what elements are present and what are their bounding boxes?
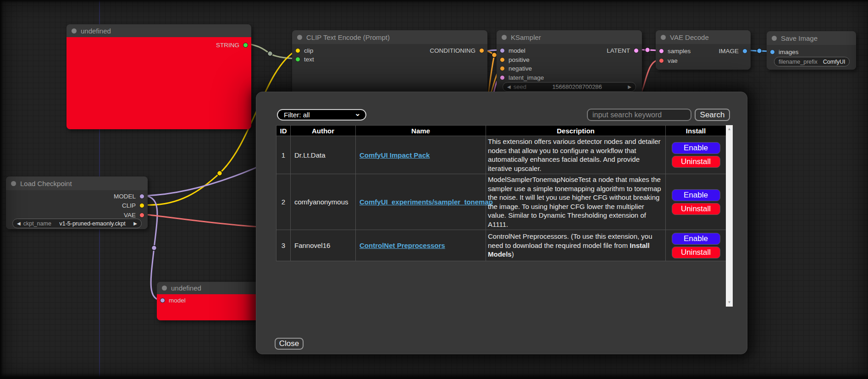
output-port-image[interactable]: IMAGE (719, 47, 747, 55)
input-port-model[interactable]: model (160, 296, 186, 304)
node-save-image[interactable]: Save Image images filename_prefix ComfyU… (767, 31, 856, 70)
node-status-dot-icon (297, 35, 302, 40)
enable-button[interactable]: Enable (672, 142, 720, 154)
node-title-label: undefined (81, 27, 111, 35)
node-title-bar[interactable]: VAE Decode (656, 30, 751, 44)
node-vae-decode[interactable]: VAE Decode samples vae IMAGE (656, 30, 751, 70)
node-status-dot-icon (772, 36, 777, 41)
latent-port-icon[interactable] (500, 75, 505, 80)
vae-port-icon[interactable] (659, 58, 664, 63)
prev-arrow-icon[interactable]: ◀ (17, 221, 21, 226)
uninstall-button[interactable]: Uninstall (672, 156, 720, 168)
filename-prefix-widget[interactable]: filename_prefix ComfyUI (774, 57, 850, 66)
output-port-string[interactable]: STRING (216, 41, 248, 49)
port-label: text (304, 56, 314, 63)
enable-button[interactable]: Enable (672, 233, 720, 245)
model-port-icon[interactable] (500, 48, 505, 53)
extension-table: ID Author Name Description Install 1 Dr.… (276, 125, 726, 261)
cell-author: comfyanonymous (291, 174, 356, 230)
cell-author: Fannovel16 (291, 230, 356, 261)
comfyui-canvas[interactable]: undefined STRING CLIP Text Encode (Promp… (0, 0, 868, 379)
reroute-dot-latent[interactable] (645, 48, 650, 53)
widget-value: ComfyUI (823, 59, 846, 65)
cell-install: Enable Uninstall (666, 136, 726, 174)
extension-link[interactable]: ControlNet Preprocessors (359, 242, 445, 249)
input-port-images[interactable]: images (770, 48, 799, 56)
extension-table-scroll-area[interactable]: ID Author Name Description Install 1 Dr.… (276, 125, 733, 307)
output-port-vae[interactable]: VAE (124, 211, 144, 219)
search-button[interactable]: Search (695, 109, 730, 121)
input-port-clip[interactable]: clip (295, 46, 313, 55)
string-port-icon[interactable] (243, 43, 248, 48)
output-port-model[interactable]: MODEL (114, 192, 144, 200)
node-ksampler[interactable]: KSampler model positive negative latent_… (497, 30, 642, 97)
increment-arrow-icon[interactable]: ▶ (628, 85, 631, 89)
input-port-positive[interactable]: positive (500, 55, 530, 64)
reroute-dot-string[interactable] (268, 51, 273, 56)
input-port-latent-image[interactable]: latent_image (500, 73, 544, 82)
node-undefined-top[interactable]: undefined STRING (66, 24, 251, 129)
model-port-icon[interactable] (139, 194, 144, 199)
text-port-icon[interactable] (295, 57, 300, 62)
node-title-label: KSampler (511, 33, 541, 41)
node-body: MODEL CLIP VAE ◀ ckpt_name v1-5-pruned-e… (6, 190, 148, 229)
description-text: ) (512, 250, 514, 258)
node-load-checkpoint[interactable]: Load Checkpoint MODEL CLIP VAE ◀ ckpt_na… (6, 176, 148, 229)
node-title-bar[interactable]: Save Image (767, 31, 856, 45)
reroute-dot-model[interactable] (152, 246, 157, 251)
model-port-icon[interactable] (160, 298, 165, 303)
header-description: Description (486, 126, 666, 136)
input-port-negative[interactable]: negative (500, 64, 532, 72)
uninstall-button[interactable]: Uninstall (672, 203, 720, 215)
input-port-samples[interactable]: samples (659, 47, 691, 55)
header-name: Name (356, 126, 486, 136)
input-port-text[interactable]: text (295, 55, 314, 63)
reroute-dot-cond[interactable] (492, 53, 497, 58)
node-title-bar[interactable]: KSampler (497, 30, 642, 44)
port-label: IMAGE (719, 48, 739, 55)
uninstall-button[interactable]: Uninstall (672, 247, 720, 258)
extension-link[interactable]: ComfyUI Impact Pack (359, 151, 430, 159)
conditioning-port-icon[interactable] (500, 57, 505, 62)
image-port-icon[interactable] (742, 49, 747, 54)
header-install: Install (666, 126, 726, 136)
output-port-conditioning[interactable]: CONDITIONING (430, 46, 484, 55)
decrement-arrow-icon[interactable]: ◀ (507, 85, 511, 89)
extension-link[interactable]: ComfyUI_experiments/sampler_tonemap (359, 198, 493, 206)
seed-widget[interactable]: ◀ seed 156680208700286 ▶ (503, 82, 636, 92)
filter-select[interactable]: Filter: all ⌄ (277, 109, 366, 121)
enable-button[interactable]: Enable (672, 189, 720, 201)
node-title-bar[interactable]: undefined (157, 282, 266, 294)
input-port-vae[interactable]: vae (659, 56, 678, 65)
scroll-up-icon[interactable]: ▲ (726, 126, 733, 132)
port-label: negative (509, 65, 532, 72)
node-title-bar[interactable]: Load Checkpoint (6, 176, 148, 190)
node-status-dot-icon (72, 28, 77, 33)
vae-port-icon[interactable] (139, 213, 144, 218)
conditioning-port-icon[interactable] (500, 66, 505, 71)
search-input[interactable] (587, 109, 691, 121)
node-title-bar[interactable]: undefined (66, 24, 251, 37)
close-button[interactable]: Close (275, 338, 304, 350)
vertical-scrollbar[interactable]: ▲ ▼ (726, 125, 733, 307)
port-label: model (169, 297, 186, 304)
latent-port-icon[interactable] (659, 49, 664, 54)
image-port-icon[interactable] (770, 49, 775, 55)
reroute-dot-image[interactable] (757, 49, 762, 54)
next-arrow-icon[interactable]: ▶ (133, 221, 137, 226)
reroute-dot-clip[interactable] (217, 171, 222, 176)
clip-port-icon[interactable] (295, 48, 300, 53)
latent-port-icon[interactable] (634, 48, 639, 53)
output-port-latent[interactable]: LATENT (607, 46, 639, 55)
node-clip-text-encode[interactable]: CLIP Text Encode (Prompt) clip text COND… (292, 30, 487, 97)
node-title-label: Load Checkpoint (20, 180, 72, 187)
ckpt-name-widget[interactable]: ◀ ckpt_name v1-5-pruned-emaonly.ckpt ▶ (12, 219, 142, 228)
port-label: STRING (216, 42, 239, 49)
input-port-model[interactable]: model (500, 46, 525, 55)
node-undefined-bottom[interactable]: undefined model (157, 282, 266, 320)
output-port-clip[interactable]: CLIP (122, 201, 144, 209)
scroll-down-icon[interactable]: ▼ (726, 299, 733, 306)
clip-port-icon[interactable] (139, 203, 144, 208)
node-title-bar[interactable]: CLIP Text Encode (Prompt) (292, 30, 487, 44)
conditioning-port-icon[interactable] (479, 48, 484, 53)
